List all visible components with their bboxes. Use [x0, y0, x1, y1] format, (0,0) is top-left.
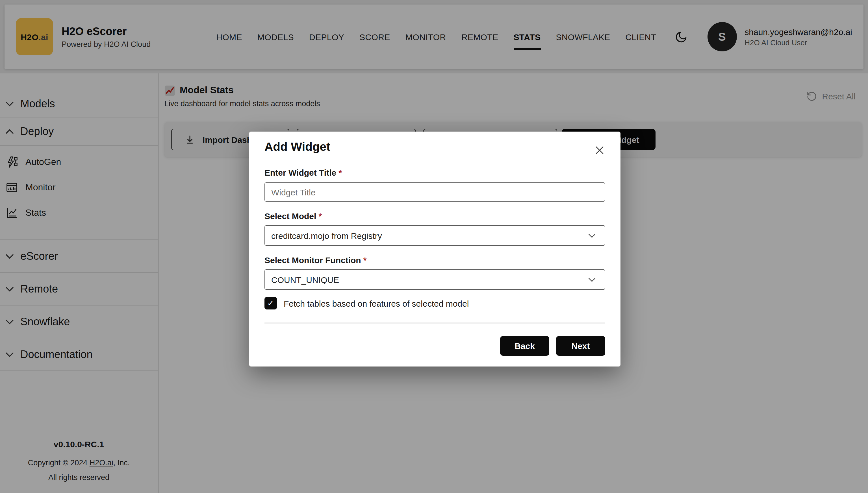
field-label-text: Select Monitor Function — [265, 255, 361, 265]
widget-title-label: Enter Widget Title* — [265, 168, 605, 178]
required-asterisk: * — [318, 211, 322, 221]
field-label-text: Select Model — [265, 211, 316, 221]
fetch-tables-checkbox[interactable]: ✓ — [265, 297, 277, 309]
next-button[interactable]: Next — [556, 336, 605, 356]
add-widget-modal: Add Widget Enter Widget Title* Select Mo… — [249, 132, 620, 366]
field-label-text: Enter Widget Title — [265, 168, 336, 177]
modal-title: Add Widget — [265, 139, 605, 154]
fetch-tables-checkbox-label: Fetch tables based on features of select… — [284, 298, 469, 308]
checkmark-icon: ✓ — [267, 298, 274, 308]
app-root: H2O.ai H2O eScorer Powered by H2O AI Clo… — [0, 0, 868, 493]
select-model-label: Select Model* — [265, 211, 605, 221]
required-asterisk: * — [364, 255, 367, 265]
required-asterisk: * — [338, 168, 342, 177]
fetch-tables-checkbox-row: ✓ Fetch tables based on features of sele… — [265, 297, 605, 309]
chevron-down-icon — [588, 233, 596, 238]
modal-actions: Back Next — [265, 336, 605, 356]
widget-title-input[interactable] — [265, 183, 605, 201]
back-button[interactable]: Back — [500, 336, 549, 356]
select-model-value: creditcard.mojo from Registry — [271, 231, 382, 240]
select-monitor-function-value: COUNT_UNIQUE — [271, 275, 339, 284]
select-monitor-function-label: Select Monitor Function* — [265, 255, 605, 265]
select-monitor-function-dropdown[interactable]: COUNT_UNIQUE — [265, 270, 605, 290]
select-model-dropdown[interactable]: creditcard.mojo from Registry — [265, 225, 605, 245]
chevron-down-icon — [588, 277, 596, 282]
modal-divider — [265, 322, 605, 324]
close-icon[interactable] — [594, 145, 605, 156]
